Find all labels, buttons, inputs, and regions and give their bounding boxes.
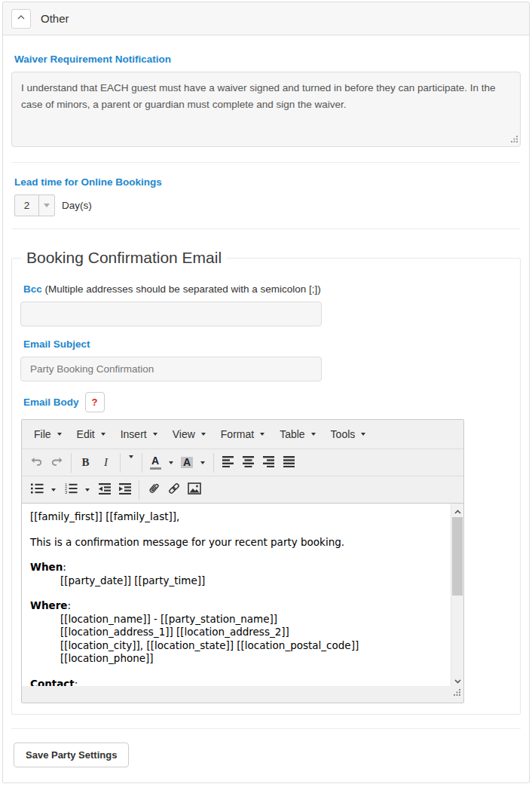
help-button[interactable]: ? xyxy=(85,392,105,412)
menu-view-label: View xyxy=(173,428,195,440)
attachment-button[interactable] xyxy=(143,479,164,500)
align-left-button[interactable] xyxy=(218,452,238,473)
lead-time-select[interactable]: 2 xyxy=(14,194,55,216)
chevron-down-icon xyxy=(260,433,264,436)
select-arrow-segment[interactable] xyxy=(38,195,54,216)
lead-time-label: Lead time for Online Bookings xyxy=(14,176,521,188)
redo-button[interactable] xyxy=(47,452,67,473)
italic-icon: I xyxy=(104,456,108,469)
numbered-list-dropdown[interactable] xyxy=(81,479,94,500)
bullet-list-dropdown[interactable] xyxy=(47,479,60,500)
outdent-icon xyxy=(98,482,112,498)
menu-format[interactable]: Format xyxy=(213,423,272,446)
chevron-down-icon xyxy=(51,488,56,491)
booking-confirmation-email-fieldset: Booking Confirmation Email Bcc (Multiple… xyxy=(11,249,521,715)
scroll-down-button[interactable] xyxy=(451,673,463,686)
rich-text-editor: File Edit Insert View Format Table Tools xyxy=(21,419,464,703)
paperclip-icon xyxy=(147,482,161,498)
toolbar-separator xyxy=(120,453,121,473)
align-justify-button[interactable] xyxy=(279,452,299,473)
image-button[interactable] xyxy=(184,479,204,500)
chevron-down-icon xyxy=(101,433,105,436)
section-header-other: Other xyxy=(3,2,529,35)
chevron-down-icon xyxy=(129,455,133,458)
menu-format-label: Format xyxy=(221,428,254,440)
save-row: Save Party Settings xyxy=(11,729,521,782)
menu-insert[interactable]: Insert xyxy=(113,423,165,446)
panel-body: Waiver Requirement Notification I unders… xyxy=(3,35,529,782)
scroll-up-button[interactable] xyxy=(451,504,463,516)
background-color-button[interactable]: A xyxy=(178,452,209,473)
menu-edit[interactable]: Edit xyxy=(69,423,113,446)
scrollbar-thumb[interactable] xyxy=(452,517,463,596)
text-color-dropdown[interactable] xyxy=(164,452,178,473)
numbered-list-button[interactable]: 123 xyxy=(60,479,81,500)
link-button[interactable] xyxy=(164,479,184,500)
chevron-down-icon xyxy=(361,433,365,436)
save-party-settings-button[interactable]: Save Party Settings xyxy=(14,743,129,767)
editor-menubar: File Edit Insert View Format Table Tools xyxy=(22,420,463,449)
outdent-button[interactable] xyxy=(94,479,115,500)
align-left-icon xyxy=(222,455,234,470)
align-center-button[interactable] xyxy=(238,452,258,473)
editor-statusbar xyxy=(22,686,463,703)
waiver-notification-textarea[interactable]: I understand that EACH guest must have a… xyxy=(11,72,521,147)
bullet-list-icon xyxy=(30,482,44,498)
background-color-dropdown[interactable] xyxy=(196,452,209,473)
editor-toolbar-row-2: 123 xyxy=(22,476,463,504)
menu-insert-label: Insert xyxy=(121,428,147,440)
editor-resize-grip-icon[interactable] xyxy=(453,686,461,700)
italic-button[interactable]: I xyxy=(96,452,116,473)
link-icon xyxy=(167,482,181,498)
align-center-icon xyxy=(242,455,255,470)
chevron-down-icon xyxy=(85,488,90,491)
bold-button[interactable]: B xyxy=(75,452,96,473)
menu-table[interactable]: Table xyxy=(272,423,323,446)
booking-confirmation-email-heading: Booking Confirmation Email xyxy=(21,249,227,267)
text-color-icon: A xyxy=(146,452,164,473)
text-color-button[interactable]: A xyxy=(146,452,178,473)
bcc-label: Bcc (Multiple addresses should be separa… xyxy=(23,283,512,295)
align-right-button[interactable] xyxy=(258,452,279,473)
image-icon xyxy=(188,482,201,498)
chevron-down-icon xyxy=(200,461,205,464)
body-contact-block: Contact: xyxy=(30,678,442,687)
email-subject-label: Email Subject xyxy=(23,338,512,350)
editor-toolbar-row-1: B I A A xyxy=(22,449,463,476)
toolbar-separator xyxy=(139,480,139,500)
toolbar-separator xyxy=(213,453,214,473)
more-formats-dropdown-button[interactable] xyxy=(124,452,138,473)
chevron-down-icon xyxy=(311,433,316,436)
menu-tools[interactable]: Tools xyxy=(323,423,374,446)
editor-content-area[interactable]: [[family_first]] [[family_last]], This i… xyxy=(22,504,463,686)
bcc-hint: (Multiple addresses should be separated … xyxy=(45,283,321,295)
indent-button[interactable] xyxy=(115,479,135,500)
body-when-block: When:[[party_date]] [[party_time]] xyxy=(30,561,442,587)
chevron-down-icon xyxy=(169,461,173,464)
waiver-textarea-wrap: I understand that EACH guest must have a… xyxy=(11,72,521,150)
chevron-down-icon xyxy=(57,433,62,436)
numbered-list-icon: 123 xyxy=(64,482,78,498)
undo-icon xyxy=(30,455,43,470)
lead-time-row: 2 Day(s) xyxy=(14,194,521,216)
email-body-label: Email Body xyxy=(23,397,79,408)
bcc-input[interactable] xyxy=(20,302,322,326)
email-subject-input[interactable] xyxy=(20,357,322,381)
bullet-list-button[interactable] xyxy=(26,479,47,500)
other-settings-panel: Other Waiver Requirement Notification I … xyxy=(2,2,530,783)
editor-scrollbar[interactable] xyxy=(451,504,463,686)
chevron-up-icon xyxy=(17,13,26,24)
collapse-toggle-button[interactable] xyxy=(11,9,31,29)
menu-view[interactable]: View xyxy=(165,423,213,446)
menu-file[interactable]: File xyxy=(26,423,69,446)
undo-button[interactable] xyxy=(26,452,47,473)
bold-icon: B xyxy=(81,456,89,469)
waiver-notification-label: Waiver Requirement Notification xyxy=(14,54,521,65)
indent-icon xyxy=(118,482,132,498)
body-intro: This is a confirmation message for your … xyxy=(30,536,442,550)
toolbar-separator xyxy=(142,453,142,473)
background-color-icon: A xyxy=(178,452,196,473)
chevron-down-icon xyxy=(454,674,461,686)
svg-text:3: 3 xyxy=(65,490,67,495)
divider xyxy=(11,162,521,163)
